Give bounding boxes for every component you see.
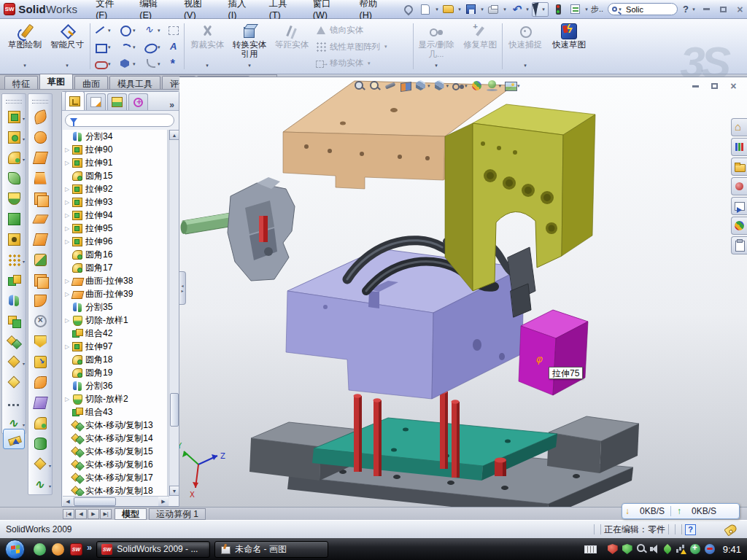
expand-arrow-icon[interactable] [65, 225, 72, 232]
untrim-surface-icon[interactable]: ▾ [29, 311, 51, 331]
point-tool-button[interactable] [166, 57, 180, 71]
app-close-button[interactable]: × [732, 4, 747, 15]
vertical-scroll-thumb[interactable] [170, 393, 179, 427]
select-dropdown[interactable]: ▾ [541, 7, 546, 12]
sketch-fillet-button[interactable] [143, 57, 157, 71]
dimxpertmanager-tab[interactable] [128, 93, 148, 110]
design-library-tab-icon[interactable] [731, 138, 747, 156]
menu-item[interactable]: 插入(I) [220, 0, 261, 20]
next-tab-button[interactable]: ▶ [88, 509, 99, 519]
display-style-icon[interactable]: ▾ [433, 79, 449, 92]
move-copy-body-icon[interactable]: ▾ [3, 331, 25, 351]
tree-item[interactable]: 实体-移动/复制15 [63, 445, 167, 458]
extend-surface-icon[interactable]: ▾ [29, 290, 51, 311]
featuremanager-tab[interactable] [65, 91, 85, 110]
update-status-icon[interactable] [705, 544, 715, 554]
doc-restore-button[interactable] [706, 80, 722, 92]
rectangle-tool-button[interactable] [93, 40, 107, 54]
scroll-down-button[interactable]: ▼ [169, 486, 179, 496]
tree-item[interactable]: 实体-移动/复制14 [63, 432, 167, 445]
save-button[interactable] [463, 2, 479, 17]
horizontal-scroll-thumb[interactable] [74, 497, 116, 506]
linear-pattern-icon[interactable]: ▾ [3, 249, 25, 270]
menu-item[interactable]: 窗口(W) [305, 0, 352, 20]
reference-geometry-icon[interactable]: ▾ [29, 454, 51, 474]
network-warning-icon[interactable] [676, 544, 686, 554]
line-tool-button[interactable] [93, 23, 107, 37]
tree-item[interactable]: 实体-移动/复制13 [63, 419, 167, 432]
view-palette-tab-icon[interactable] [731, 197, 747, 215]
rib-icon[interactable]: ▾ [3, 270, 25, 290]
network-speed-widget[interactable]: ↓ 0KB/S ↑ 0KB/S [622, 503, 740, 519]
ellipse-dropdown[interactable]: ▾ [158, 44, 160, 50]
polygon-tool-button[interactable] [118, 57, 132, 71]
quicklaunch-browser-icon[interactable] [52, 543, 64, 556]
volume-icon[interactable] [649, 544, 659, 554]
tree-item[interactable]: 拉伸97 [63, 340, 167, 353]
undo-button[interactable]: ↶ [508, 2, 524, 17]
save-dropdown[interactable]: ▾ [479, 7, 485, 12]
new-file-dropdown[interactable]: ▾ [434, 7, 440, 12]
tree-horizontal-scrollbar[interactable]: ◀ ▶ [63, 496, 169, 506]
command-tab[interactable]: 模具工具 [109, 76, 160, 89]
toolbar-overflow-label[interactable]: 步.. [591, 4, 603, 15]
combine-icon[interactable]: ▾ [3, 311, 25, 331]
tree-item[interactable]: 组合42 [63, 327, 167, 340]
circle-dropdown[interactable]: ▾ [133, 28, 136, 34]
first-tab-button[interactable]: |◀ [63, 509, 74, 519]
offset-surface-icon[interactable]: ▾ [29, 209, 51, 229]
extruded-surface-icon[interactable]: ▾ [29, 147, 51, 168]
panel-splitter-handle[interactable]: ◂▸ [179, 271, 186, 305]
tree-item[interactable]: 圆角16 [63, 248, 167, 261]
last-tab-button[interactable]: ▶| [100, 509, 112, 519]
extruded-boss-icon[interactable]: ▾ [3, 106, 25, 127]
prev-tab-button[interactable]: ◀ [75, 509, 87, 519]
expand-arrow-icon[interactable] [65, 238, 72, 245]
arc-dropdown[interactable]: ▾ [133, 44, 136, 50]
scroll-right-button[interactable]: ▶ [158, 497, 169, 506]
tree-item[interactable]: 拉伸91 [63, 156, 167, 169]
lofted-surface-icon[interactable]: ▾ [29, 168, 51, 188]
sketch-text-button[interactable] [166, 40, 180, 54]
tree-item[interactable]: 拉伸96 [63, 235, 167, 248]
options-button[interactable] [568, 2, 583, 17]
tree-item[interactable]: 圆角15 [63, 169, 167, 182]
display-delete-relations-button[interactable]: 显示/删除几...▾ [416, 22, 457, 70]
print-button[interactable] [486, 2, 501, 17]
fillet-surface-icon[interactable]: ▾ [29, 413, 51, 433]
tree-item[interactable]: 曲面-拉伸38 [63, 274, 167, 287]
move-entities-button[interactable]: 移动实体▾ [315, 56, 409, 70]
polygon-dropdown[interactable]: ▾ [133, 61, 136, 67]
expand-arrow-icon[interactable] [65, 147, 72, 153]
expand-arrow-icon[interactable] [65, 160, 72, 166]
input-method-icon[interactable] [584, 545, 597, 553]
clock[interactable]: 9:41 [723, 544, 741, 555]
tree-item[interactable]: 圆角19 [63, 366, 167, 379]
pin-toolbar-button[interactable] [401, 2, 417, 17]
spline-tool-button[interactable] [143, 23, 157, 37]
select-tool-button[interactable]: ▾ [532, 2, 549, 17]
custom-properties-tab-icon[interactable] [731, 236, 747, 254]
tree-item[interactable]: 组合43 [63, 405, 167, 419]
quicklaunch-security-icon[interactable] [34, 543, 46, 556]
messenger-icon[interactable] [662, 544, 673, 554]
mirror-entities-button[interactable]: 镜向实体 [315, 23, 409, 37]
freeform-icon[interactable]: ▾ [29, 249, 51, 270]
tree-item[interactable]: 分割35 [63, 300, 167, 314]
tree-item[interactable]: 切除-放样2 [63, 392, 167, 405]
tree-item[interactable]: 实体-移动/复制17 [63, 471, 167, 484]
delete-face-icon[interactable]: ▾ [29, 372, 51, 392]
cylinder-surface-icon[interactable]: ▾ [29, 433, 51, 454]
replace-face-icon[interactable]: ▾ [29, 351, 51, 372]
spline-dropdown[interactable]: ▾ [158, 28, 160, 34]
shell-icon[interactable]: ▾ [3, 209, 25, 229]
propertymanager-tab[interactable] [86, 93, 106, 110]
sketch-button[interactable]: 草图绘制▾ [4, 22, 45, 70]
expand-arrow-icon[interactable] [65, 396, 72, 402]
convert-entities-button[interactable]: 转换实体引用▾ [229, 22, 270, 70]
tree-item[interactable]: 实体-移动/复制16 [63, 458, 167, 471]
quicklaunch-overflow-button[interactable]: » [87, 542, 92, 553]
tree-item[interactable]: 分割36 [63, 379, 167, 392]
undo-dropdown[interactable]: ▾ [525, 7, 530, 12]
open-file-dropdown[interactable]: ▾ [457, 7, 462, 12]
